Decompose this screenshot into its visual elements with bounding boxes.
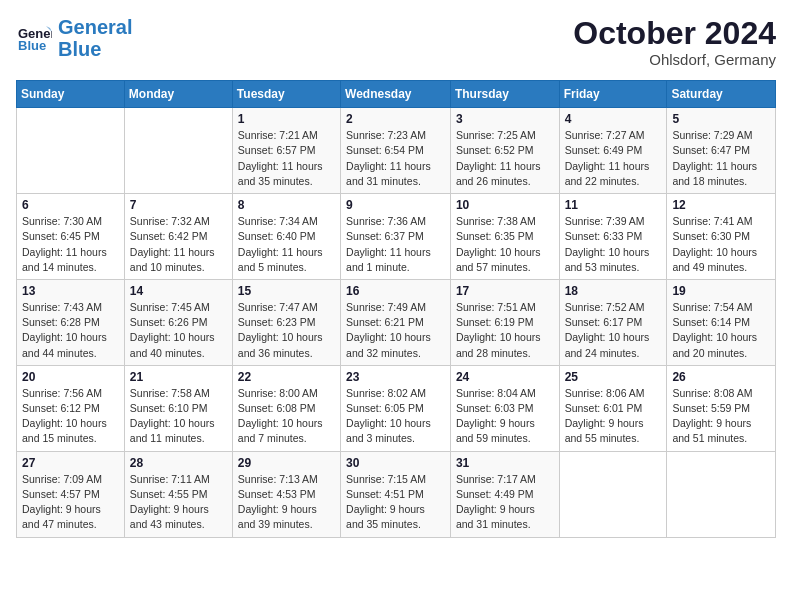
title-block: October 2024 Ohlsdorf, Germany xyxy=(573,16,776,68)
day-info: Sunrise: 7:43 AM Sunset: 6:28 PM Dayligh… xyxy=(22,300,119,361)
day-number: 6 xyxy=(22,198,119,212)
day-number: 22 xyxy=(238,370,335,384)
calendar-cell: 1Sunrise: 7:21 AM Sunset: 6:57 PM Daylig… xyxy=(232,108,340,194)
day-info: Sunrise: 7:11 AM Sunset: 4:55 PM Dayligh… xyxy=(130,472,227,533)
day-info: Sunrise: 7:23 AM Sunset: 6:54 PM Dayligh… xyxy=(346,128,445,189)
day-info: Sunrise: 7:47 AM Sunset: 6:23 PM Dayligh… xyxy=(238,300,335,361)
page-header: General Blue General Blue October 2024 O… xyxy=(16,16,776,68)
calendar-cell: 28Sunrise: 7:11 AM Sunset: 4:55 PM Dayli… xyxy=(124,451,232,537)
day-info: Sunrise: 7:56 AM Sunset: 6:12 PM Dayligh… xyxy=(22,386,119,447)
day-number: 14 xyxy=(130,284,227,298)
day-info: Sunrise: 8:02 AM Sunset: 6:05 PM Dayligh… xyxy=(346,386,445,447)
day-info: Sunrise: 7:27 AM Sunset: 6:49 PM Dayligh… xyxy=(565,128,662,189)
logo-icon: General Blue xyxy=(16,20,52,56)
calendar-cell: 13Sunrise: 7:43 AM Sunset: 6:28 PM Dayli… xyxy=(17,279,125,365)
day-number: 10 xyxy=(456,198,554,212)
calendar-cell: 11Sunrise: 7:39 AM Sunset: 6:33 PM Dayli… xyxy=(559,194,667,280)
weekday-header: Saturday xyxy=(667,81,776,108)
day-number: 19 xyxy=(672,284,770,298)
day-info: Sunrise: 8:00 AM Sunset: 6:08 PM Dayligh… xyxy=(238,386,335,447)
calendar-cell: 30Sunrise: 7:15 AM Sunset: 4:51 PM Dayli… xyxy=(341,451,451,537)
day-info: Sunrise: 7:29 AM Sunset: 6:47 PM Dayligh… xyxy=(672,128,770,189)
calendar-cell: 7Sunrise: 7:32 AM Sunset: 6:42 PM Daylig… xyxy=(124,194,232,280)
calendar-cell: 22Sunrise: 8:00 AM Sunset: 6:08 PM Dayli… xyxy=(232,365,340,451)
day-number: 20 xyxy=(22,370,119,384)
logo-text: General Blue xyxy=(58,16,132,60)
day-number: 23 xyxy=(346,370,445,384)
day-number: 29 xyxy=(238,456,335,470)
calendar-cell: 16Sunrise: 7:49 AM Sunset: 6:21 PM Dayli… xyxy=(341,279,451,365)
day-info: Sunrise: 7:41 AM Sunset: 6:30 PM Dayligh… xyxy=(672,214,770,275)
calendar-cell: 26Sunrise: 8:08 AM Sunset: 5:59 PM Dayli… xyxy=(667,365,776,451)
day-number: 1 xyxy=(238,112,335,126)
calendar-cell: 2Sunrise: 7:23 AM Sunset: 6:54 PM Daylig… xyxy=(341,108,451,194)
day-info: Sunrise: 7:38 AM Sunset: 6:35 PM Dayligh… xyxy=(456,214,554,275)
day-info: Sunrise: 7:25 AM Sunset: 6:52 PM Dayligh… xyxy=(456,128,554,189)
calendar-cell xyxy=(667,451,776,537)
day-info: Sunrise: 7:30 AM Sunset: 6:45 PM Dayligh… xyxy=(22,214,119,275)
day-number: 9 xyxy=(346,198,445,212)
day-info: Sunrise: 7:39 AM Sunset: 6:33 PM Dayligh… xyxy=(565,214,662,275)
day-info: Sunrise: 7:51 AM Sunset: 6:19 PM Dayligh… xyxy=(456,300,554,361)
calendar-cell: 21Sunrise: 7:58 AM Sunset: 6:10 PM Dayli… xyxy=(124,365,232,451)
weekday-header: Tuesday xyxy=(232,81,340,108)
month-title: October 2024 xyxy=(573,16,776,51)
calendar-cell: 31Sunrise: 7:17 AM Sunset: 4:49 PM Dayli… xyxy=(450,451,559,537)
weekday-header-row: SundayMondayTuesdayWednesdayThursdayFrid… xyxy=(17,81,776,108)
day-info: Sunrise: 7:21 AM Sunset: 6:57 PM Dayligh… xyxy=(238,128,335,189)
day-number: 8 xyxy=(238,198,335,212)
day-info: Sunrise: 8:04 AM Sunset: 6:03 PM Dayligh… xyxy=(456,386,554,447)
calendar-cell: 20Sunrise: 7:56 AM Sunset: 6:12 PM Dayli… xyxy=(17,365,125,451)
weekday-header: Sunday xyxy=(17,81,125,108)
calendar-cell: 10Sunrise: 7:38 AM Sunset: 6:35 PM Dayli… xyxy=(450,194,559,280)
day-number: 4 xyxy=(565,112,662,126)
logo-line2: Blue xyxy=(58,38,101,60)
day-number: 3 xyxy=(456,112,554,126)
svg-text:Blue: Blue xyxy=(18,38,46,53)
calendar-cell: 15Sunrise: 7:47 AM Sunset: 6:23 PM Dayli… xyxy=(232,279,340,365)
calendar-cell: 17Sunrise: 7:51 AM Sunset: 6:19 PM Dayli… xyxy=(450,279,559,365)
calendar-week-row: 1Sunrise: 7:21 AM Sunset: 6:57 PM Daylig… xyxy=(17,108,776,194)
day-info: Sunrise: 7:15 AM Sunset: 4:51 PM Dayligh… xyxy=(346,472,445,533)
calendar-cell: 9Sunrise: 7:36 AM Sunset: 6:37 PM Daylig… xyxy=(341,194,451,280)
calendar-cell xyxy=(17,108,125,194)
logo: General Blue General Blue xyxy=(16,16,132,60)
calendar-cell: 6Sunrise: 7:30 AM Sunset: 6:45 PM Daylig… xyxy=(17,194,125,280)
day-info: Sunrise: 8:06 AM Sunset: 6:01 PM Dayligh… xyxy=(565,386,662,447)
calendar-cell: 29Sunrise: 7:13 AM Sunset: 4:53 PM Dayli… xyxy=(232,451,340,537)
day-number: 30 xyxy=(346,456,445,470)
day-number: 2 xyxy=(346,112,445,126)
day-number: 27 xyxy=(22,456,119,470)
day-number: 26 xyxy=(672,370,770,384)
location: Ohlsdorf, Germany xyxy=(573,51,776,68)
calendar-week-row: 20Sunrise: 7:56 AM Sunset: 6:12 PM Dayli… xyxy=(17,365,776,451)
day-number: 13 xyxy=(22,284,119,298)
day-number: 21 xyxy=(130,370,227,384)
calendar-cell: 25Sunrise: 8:06 AM Sunset: 6:01 PM Dayli… xyxy=(559,365,667,451)
day-number: 5 xyxy=(672,112,770,126)
day-number: 28 xyxy=(130,456,227,470)
day-info: Sunrise: 7:13 AM Sunset: 4:53 PM Dayligh… xyxy=(238,472,335,533)
calendar-cell: 24Sunrise: 8:04 AM Sunset: 6:03 PM Dayli… xyxy=(450,365,559,451)
day-info: Sunrise: 7:32 AM Sunset: 6:42 PM Dayligh… xyxy=(130,214,227,275)
calendar-cell: 4Sunrise: 7:27 AM Sunset: 6:49 PM Daylig… xyxy=(559,108,667,194)
calendar-cell: 3Sunrise: 7:25 AM Sunset: 6:52 PM Daylig… xyxy=(450,108,559,194)
calendar-week-row: 27Sunrise: 7:09 AM Sunset: 4:57 PM Dayli… xyxy=(17,451,776,537)
calendar-cell: 12Sunrise: 7:41 AM Sunset: 6:30 PM Dayli… xyxy=(667,194,776,280)
day-info: Sunrise: 7:52 AM Sunset: 6:17 PM Dayligh… xyxy=(565,300,662,361)
calendar-cell: 27Sunrise: 7:09 AM Sunset: 4:57 PM Dayli… xyxy=(17,451,125,537)
weekday-header: Thursday xyxy=(450,81,559,108)
day-number: 12 xyxy=(672,198,770,212)
day-info: Sunrise: 7:09 AM Sunset: 4:57 PM Dayligh… xyxy=(22,472,119,533)
calendar-week-row: 6Sunrise: 7:30 AM Sunset: 6:45 PM Daylig… xyxy=(17,194,776,280)
day-number: 18 xyxy=(565,284,662,298)
calendar-cell xyxy=(559,451,667,537)
day-info: Sunrise: 7:17 AM Sunset: 4:49 PM Dayligh… xyxy=(456,472,554,533)
logo-line1: General xyxy=(58,16,132,38)
day-info: Sunrise: 7:49 AM Sunset: 6:21 PM Dayligh… xyxy=(346,300,445,361)
day-info: Sunrise: 8:08 AM Sunset: 5:59 PM Dayligh… xyxy=(672,386,770,447)
day-info: Sunrise: 7:36 AM Sunset: 6:37 PM Dayligh… xyxy=(346,214,445,275)
weekday-header: Friday xyxy=(559,81,667,108)
calendar-cell: 23Sunrise: 8:02 AM Sunset: 6:05 PM Dayli… xyxy=(341,365,451,451)
day-number: 16 xyxy=(346,284,445,298)
